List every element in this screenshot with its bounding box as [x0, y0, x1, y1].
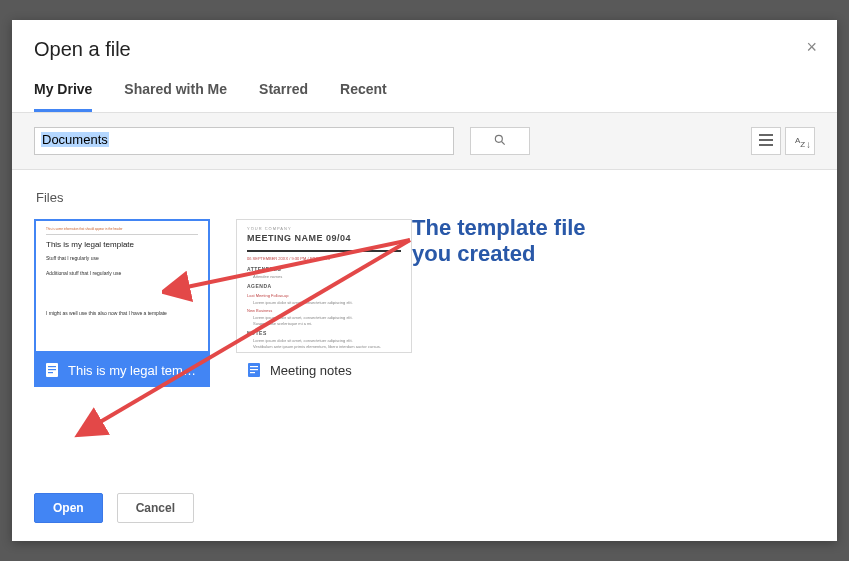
close-button[interactable]: × — [806, 38, 817, 56]
thumb-divider — [247, 250, 401, 252]
files-section-label: Files — [36, 190, 815, 205]
svg-rect-10 — [250, 366, 258, 367]
list-view-button[interactable] — [751, 127, 781, 155]
docs-icon — [246, 362, 262, 378]
tab-shared-with-me[interactable]: Shared with Me — [124, 81, 227, 112]
tabs: My Drive Shared with Me Starred Recent — [12, 61, 837, 113]
thumb-meta: 06 SEPTEMBER 20XX / 9:30 PM / ROOM 123 — [247, 256, 401, 262]
svg-rect-4 — [759, 144, 773, 146]
dialog-header: Open a file × — [12, 20, 837, 61]
open-file-dialog: Open a file × My Drive Shared with Me St… — [12, 20, 837, 541]
svg-rect-2 — [759, 134, 773, 136]
toolbar: Documents AZ↓ — [12, 113, 837, 170]
sort-az-button[interactable]: AZ↓ — [785, 127, 815, 155]
sort-az-icon: AZ↓ — [795, 136, 805, 147]
thumb-line: Stuff that I regularly use — [46, 255, 198, 263]
thumb-notes-body: Vestibulum ante ipsum primis elementum, … — [253, 344, 401, 350]
tab-starred[interactable]: Starred — [259, 81, 308, 112]
thumb-new-body: Suspendisse scelerisque mi a mi. — [253, 321, 401, 327]
view-toggle: AZ↓ — [751, 127, 815, 155]
file-card-meeting-notes[interactable]: YOUR COMPANY MEETING NAME 09/04 06 SEPTE… — [236, 219, 412, 387]
dialog-title: Open a file — [34, 38, 815, 61]
file-thumbnail: YOUR COMPANY MEETING NAME 09/04 06 SEPTE… — [236, 219, 412, 353]
file-card-legal-template[interactable]: This is some information that should app… — [34, 219, 210, 387]
svg-rect-8 — [48, 372, 53, 373]
file-name: This is my legal temp… — [68, 363, 200, 378]
thumb-footer: I might as well use this also now that I… — [46, 310, 198, 318]
files-row: This is some information that should app… — [34, 219, 815, 387]
tab-my-drive[interactable]: My Drive — [34, 81, 92, 112]
file-caption: Meeting notes — [236, 353, 412, 387]
list-icon — [759, 134, 773, 149]
dialog-footer: Open Cancel — [12, 477, 837, 541]
tab-recent[interactable]: Recent — [340, 81, 387, 112]
file-thumbnail: This is some information that should app… — [34, 219, 210, 353]
svg-rect-12 — [250, 372, 255, 373]
svg-rect-3 — [759, 139, 773, 141]
file-caption: This is my legal temp… — [34, 353, 210, 387]
thumb-attendees-body: Attendee names — [253, 274, 401, 280]
thumb-new-head: New Business — [247, 308, 401, 314]
search-input[interactable]: Documents — [34, 127, 454, 155]
search-icon — [493, 133, 507, 150]
thumb-attendees-head: ATTENDEES — [247, 266, 401, 274]
thumb-title: This is my legal template — [46, 239, 198, 251]
open-button[interactable]: Open — [34, 493, 103, 523]
thumb-agenda-sub: Last Meeting Follow-up — [247, 293, 401, 299]
cancel-button[interactable]: Cancel — [117, 493, 194, 523]
svg-rect-6 — [48, 366, 56, 367]
svg-rect-11 — [250, 369, 258, 370]
file-name: Meeting notes — [270, 363, 352, 378]
thumb-agenda-head: AGENDA — [247, 283, 401, 291]
svg-point-0 — [495, 135, 502, 142]
svg-line-1 — [502, 141, 505, 144]
thumb-notes-head: NOTES — [247, 330, 401, 338]
search-button[interactable] — [470, 127, 530, 155]
thumb-agenda-body: Lorem ipsum dolor sit amet, consectetuer… — [253, 300, 401, 306]
thumb-line: Additional stuff that I regularly use — [46, 270, 198, 278]
thumb-title: MEETING NAME 09/04 — [247, 232, 401, 246]
docs-icon — [44, 362, 60, 378]
thumb-header: This is some information that should app… — [46, 227, 198, 235]
svg-rect-7 — [48, 369, 56, 370]
content-area: Files This is some information that shou… — [12, 170, 837, 477]
